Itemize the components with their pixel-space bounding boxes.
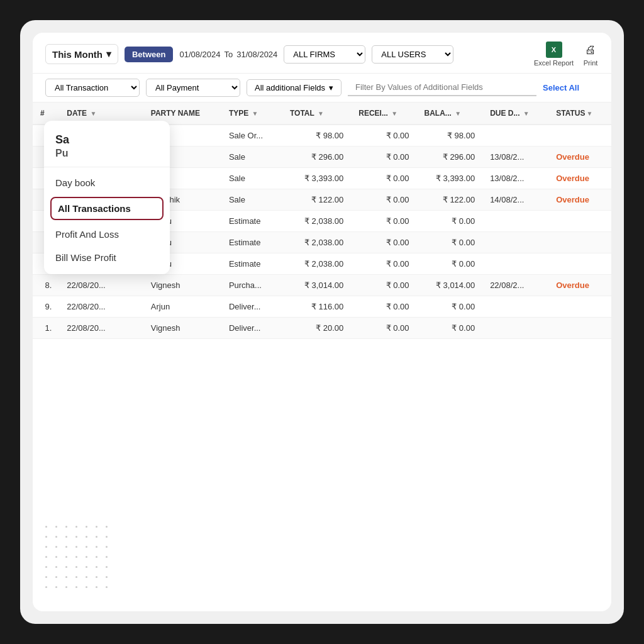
cell-status [548,211,611,232]
cell-received: ₹ 0.00 [351,125,416,147]
decorative-dot [45,526,47,528]
table-row[interactable]: 1. 22/08/20... Vignesh Deliver... ₹ 20.0… [33,318,611,339]
decorative-dot [106,526,108,528]
between-button[interactable]: Between [125,47,173,62]
user-select[interactable]: ALL USERS [372,45,453,64]
toolbar-right: X Excel Report 🖨 Print [534,42,599,67]
decorative-dots: // Will render dots via JS below [45,526,112,592]
sidebar-item-bill-wise-profit[interactable]: Bill Wise Profit [44,246,170,269]
cell-received: ₹ 0.00 [351,211,416,232]
decorative-dot [55,536,57,538]
decorative-dot [106,546,108,548]
cell-received: ₹ 0.00 [351,147,416,168]
decorative-dot [86,576,87,578]
cell-status [548,318,611,339]
cell-status [548,232,611,253]
decorative-dot [75,556,77,558]
cell-balance: ₹ 0.00 [417,253,483,275]
cell-due-date: 13/08/2... [482,147,548,168]
cell-due-date [482,253,548,275]
table-row[interactable]: 9. 22/08/20... Arjun Deliver... ₹ 116.00… [33,296,611,318]
cell-date: 22/08/20... [59,296,143,318]
decorative-dot [65,526,67,528]
col-header-balance[interactable]: BALA... ▼ [417,103,483,125]
additional-fields-button[interactable]: All additional Fields ▾ [247,79,341,96]
cell-type: Deliver... [221,296,282,318]
excel-report-button[interactable]: X Excel Report [534,42,574,67]
sidebar-item-profit-and-loss[interactable]: Profit And Loss [44,223,170,246]
decorative-dot [75,546,77,548]
additional-fields-search[interactable] [348,79,536,96]
payment-filter-select[interactable]: All Payment [146,79,240,97]
decorative-dot [45,546,47,548]
chevron-down-icon: ▾ [329,83,333,92]
cell-total: ₹ 3,393.00 [282,168,351,189]
cell-total: ₹ 3,014.00 [282,275,351,296]
filter-row: All Transaction All Payment All addition… [33,74,611,103]
cell-balance: ₹ 0.00 [417,232,483,253]
cell-status: Overdue [548,147,611,168]
decorative-dot [55,576,57,578]
cell-party: Vignesh [143,275,221,296]
decorative-dot [45,556,47,558]
sidebar-divider [44,167,170,167]
cell-due-date [482,232,548,253]
col-header-type[interactable]: TYPE ▼ [221,103,282,125]
cell-due-date [482,125,548,147]
date-range: 01/08/2024 To 31/08/2024 [179,50,277,59]
cell-date: 22/08/20... [59,275,143,296]
cell-type: Sale [221,168,282,189]
decorative-dot [55,526,57,528]
cell-num: 1. [33,318,59,339]
cell-total: ₹ 98.00 [282,125,351,147]
col-header-received[interactable]: RECEI... ▼ [351,103,416,125]
decorative-dot [55,586,57,588]
sa-label: Sa [55,133,158,147]
cell-received: ₹ 0.00 [351,168,416,189]
cell-date: 22/08/20... [59,318,143,339]
decorative-dot [106,536,108,538]
toolbar: This Month ▾ Between 01/08/2024 To 31/08… [33,33,611,74]
cell-balance: ₹ 3,014.00 [417,275,483,296]
cell-due-date [482,211,548,232]
decorative-dot [86,586,87,588]
table-row[interactable]: 8. 22/08/20... Vignesh Purcha... ₹ 3,014… [33,275,611,296]
firm-select[interactable]: ALL FIRMS [284,45,365,64]
cell-status [548,125,611,147]
cell-total: ₹ 2,038.00 [282,253,351,275]
screen: This Month ▾ Between 01/08/2024 To 31/08… [20,20,624,624]
decorative-dot [45,586,47,588]
decorative-dot [45,576,47,578]
sidebar-menu: Sa Pu Day book All Transactions Profit A… [44,121,170,274]
sidebar-item-all-transactions[interactable]: All Transactions [50,197,164,220]
this-month-button[interactable]: This Month ▾ [45,44,118,64]
cell-received: ₹ 0.00 [351,296,416,318]
decorative-dot [45,536,47,538]
decorative-dot [96,556,97,558]
decorative-dot [75,566,77,568]
cell-received: ₹ 0.00 [351,318,416,339]
col-header-total[interactable]: TOTAL ▼ [282,103,351,125]
col-header-due-date[interactable]: DUE D... ▼ [482,103,548,125]
decorative-dot [96,586,97,588]
cell-received: ₹ 0.00 [351,275,416,296]
cell-type: Sale [221,147,282,168]
cell-status [548,253,611,275]
print-icon: 🖨 [582,42,599,58]
cell-num: 9. [33,296,59,318]
cell-type: Deliver... [221,318,282,339]
select-all-button[interactable]: Select All [543,83,579,92]
cell-balance: ₹ 3,393.00 [417,168,483,189]
decorative-dot [45,566,47,568]
col-header-status[interactable]: STATUS▼ [548,103,611,125]
decorative-dot [96,566,97,568]
print-button[interactable]: 🖨 Print [582,42,599,67]
sidebar-item-day-book[interactable]: Day book [44,171,170,194]
decorative-dot [86,546,87,548]
cell-status: Overdue [548,275,611,296]
decorative-dot [65,546,67,548]
decorative-dot [75,526,77,528]
cell-balance: ₹ 0.00 [417,296,483,318]
transaction-filter-select[interactable]: All Transaction [45,79,140,97]
cell-status: Overdue [548,189,611,211]
